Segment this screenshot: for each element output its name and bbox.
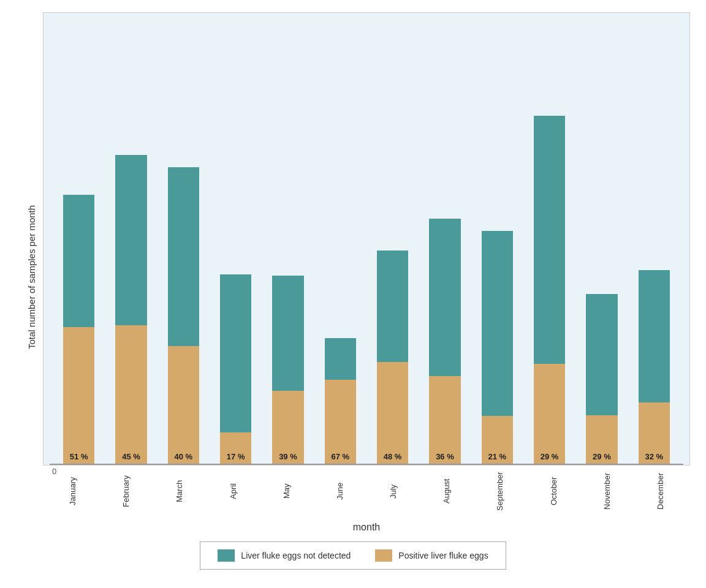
bar-group-march: 40 % [161,167,207,465]
zero-label: 0 [52,467,56,476]
pct-label-october: 29 % [534,452,565,461]
bar-not-detected-august [429,219,460,376]
bar-group-november: 29 % [579,294,624,465]
bar-positive-august: 36 % [429,376,460,465]
bar-not-detected-february [115,155,146,325]
pct-label-november: 29 % [586,452,617,461]
bar-positive-june: 67 % [325,380,356,465]
legend-label-positive: Positive liver fluke eggs [398,551,488,560]
x-label-march: March [156,468,203,517]
bar-not-detected-october [534,116,565,364]
pct-label-july: 48 % [377,452,408,461]
bar-group-january: 51 % [56,195,102,465]
bar-group-february: 45 % [108,155,154,465]
x-label-september: September [476,468,523,517]
bar-group-april: 17 % [213,274,259,465]
pct-label-february: 45 % [115,452,146,461]
pct-label-september: 21 % [482,452,513,461]
legend-label-not_detected: Liver fluke eggs not detected [241,551,351,560]
chart-container: Total number of samples per month 51 %45… [16,12,690,576]
bar-not-detected-may [272,276,303,391]
bar-not-detected-december [639,270,670,402]
pct-label-december: 32 % [639,452,670,461]
legend: Liver fluke eggs not detectedPositive li… [200,541,506,570]
bar-group-july: 48 % [370,251,416,465]
chart-inner: 51 %45 %40 %17 %39 %67 %48 %36 %21 %29 %… [43,12,690,541]
bar-not-detected-september [482,231,513,416]
bar-group-june: 67 % [317,338,363,465]
bar-positive-march: 40 % [168,346,199,465]
legend-item-not_detected: Liver fluke eggs not detected [218,549,351,562]
pct-label-june: 67 % [325,452,356,461]
x-label-august: August [423,468,470,517]
bar-positive-july: 48 % [377,362,408,465]
x-label-july: July [370,468,417,517]
bar-group-may: 39 % [265,276,311,465]
bar-group-december: 32 % [631,270,677,465]
bar-positive-may: 39 % [272,391,303,465]
pct-label-may: 39 % [272,452,303,461]
x-label-november: November [583,468,631,517]
x-label-october: October [530,468,577,517]
bar-not-detected-july [377,251,408,362]
x-axis-title: month [43,517,690,541]
pct-label-august: 36 % [429,452,460,461]
chart-area: Total number of samples per month 51 %45… [16,12,690,541]
bar-not-detected-april [220,274,251,432]
pct-label-march: 40 % [168,452,199,461]
bar-positive-january: 51 % [63,327,94,465]
bar-not-detected-march [168,167,199,346]
legend-item-positive: Positive liver fluke eggs [375,549,488,562]
bar-not-detected-june [325,338,356,380]
zero-line: 0 [50,464,683,465]
pct-label-april: 17 % [220,452,251,461]
legend-swatch-positive [375,549,392,562]
y-axis-label: Total number of samples per month [16,12,43,541]
bar-group-october: 29 % [526,116,572,465]
bar-positive-december: 32 % [639,402,670,465]
bar-positive-october: 29 % [534,364,565,465]
pct-label-january: 51 % [63,452,94,461]
bar-group-august: 36 % [422,219,468,465]
x-axis-area: JanuaryFebruaryMarchAprilMayJuneJulyAugu… [43,466,690,517]
bar-positive-november: 29 % [586,415,617,465]
plot-area: 51 %45 %40 %17 %39 %67 %48 %36 %21 %29 %… [43,12,690,466]
x-label-april: April [210,468,257,517]
x-label-february: February [102,468,150,517]
bar-positive-september: 21 % [482,416,513,465]
bar-not-detected-january [63,195,94,327]
bar-positive-april: 17 % [220,432,251,465]
x-label-may: May [263,468,310,517]
bar-group-september: 21 % [474,231,520,465]
bar-not-detected-november [586,294,617,415]
x-label-june: June [316,468,363,517]
bar-positive-february: 45 % [115,325,146,465]
x-label-december: December [637,468,684,517]
bars-row: 51 %45 %40 %17 %39 %67 %48 %36 %21 %29 %… [50,25,683,465]
legend-swatch-not_detected [218,549,235,562]
